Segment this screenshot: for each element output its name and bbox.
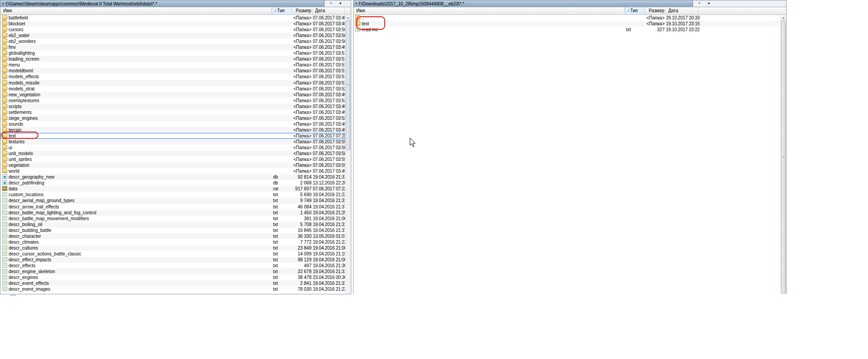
- file-row[interactable]: datarar917 69707.06.2017 07:22: [0, 186, 345, 192]
- file-row[interactable]: descr_climatestxt7 77219.04.2016 21:22: [0, 239, 345, 245]
- db-icon: [2, 180, 7, 185]
- file-date: 07.06.2017 03:50: [313, 33, 347, 38]
- file-row[interactable]: descr_culturestxt23 84919.04.2016 21:06: [0, 245, 345, 251]
- column-header-date[interactable]: Дата: [312, 7, 345, 14]
- left-path-dropdown[interactable]: ▼ f:\Games\Steam\steamapps\common\Mediev…: [0, 0, 325, 7]
- folder-row[interactable]: overlaytextures<Папка>07.06.2017 03:52: [0, 98, 345, 104]
- column-header-type[interactable]: ↑Тип: [272, 7, 292, 14]
- folder-row[interactable]: models_strat<Папка>07.06.2017 03:52: [0, 86, 345, 92]
- file-date: 07.06.2017 03:51: [313, 74, 347, 80]
- left-scrollbar[interactable]: ▲: [345, 15, 351, 294]
- file-name: new_vegetation: [9, 92, 40, 98]
- folder-row[interactable]: new_vegetation<Папка>07.06.2017 03:49: [0, 92, 345, 98]
- column-header-size[interactable]: Размер: [292, 7, 312, 14]
- folder-row[interactable]: battlefield<Папка>07.06.2017 03:49: [0, 15, 345, 21]
- folder-row[interactable]: ..<Папка>29.10.2017 20:33: [354, 15, 780, 21]
- folder-row[interactable]: sounds<Папка>07.06.2017 03:49: [0, 121, 345, 127]
- file-date: 19.04.2016 21:06: [313, 245, 347, 251]
- right-dropdown-button[interactable]: ▼: [706, 0, 712, 7]
- folder-row[interactable]: siege_engines<Папка>07.06.2017 03:53: [0, 115, 345, 121]
- scroll-up-icon[interactable]: ▲: [345, 15, 351, 20]
- folder-icon: [2, 74, 7, 79]
- folder-row[interactable]: modeldbxml<Папка>07.06.2017 03:51: [0, 68, 345, 74]
- file-size: <Папка>: [281, 21, 311, 27]
- folder-row[interactable]: models_effects<Папка>07.06.2017 03:51: [0, 74, 345, 80]
- file-row[interactable]: descr_battle_map_lighting_and_fog_contro…: [0, 210, 345, 216]
- file-row[interactable]: descr_event_effectstxt2 84119.04.2016 21…: [0, 280, 345, 286]
- file-type: txt: [273, 245, 278, 251]
- folder-row[interactable]: scripts<Папка>07.06.2017 03:49: [0, 104, 345, 109]
- file-row[interactable]: descr_arrow_trail_effectstxt46 08419.04.…: [0, 204, 345, 210]
- folder-row[interactable]: ui<Папка>07.06.2017 03:56: [0, 145, 345, 151]
- file-row[interactable]: descr_geography_newdb92 81419.04.2016 21…: [0, 174, 345, 180]
- txt-icon: [2, 263, 7, 268]
- file-row[interactable]: read metxt32719.10.2017 23:22: [354, 27, 780, 33]
- file-row[interactable]: descr_battle_map_movement_modifierstxt38…: [0, 216, 345, 222]
- file-row[interactable]: descr_charactertxt36 33013.05.2016 01:01: [0, 233, 345, 239]
- file-name: unit_sprites: [9, 156, 32, 162]
- left-dropdown-button[interactable]: ▼: [337, 0, 344, 7]
- column-header-name[interactable]: Имя: [0, 7, 272, 14]
- folder-row[interactable]: terrain<Папка>07.06.2017 03:49: [0, 127, 345, 133]
- right-path-text: f:\Downloads\2017_10_28\imp1508444908__e…: [359, 1, 464, 6]
- file-date: 07.06.2017 03:59: [313, 156, 347, 162]
- folder-row[interactable]: menu<Папка>07.06.2017 03:51: [0, 62, 345, 68]
- file-date: 29.10.2017 20:33: [666, 15, 700, 21]
- folder-row[interactable]: eb2_wonders<Папка>07.06.2017 03:50: [0, 38, 345, 44]
- folder-row[interactable]: text<Папка>19.10.2017 23:15: [354, 21, 780, 27]
- file-row[interactable]: descr_event_imagestxt78 03019.04.2016 21…: [0, 286, 345, 292]
- file-row[interactable]: descr_effectstxt49719.04.2016 21:36: [0, 263, 345, 269]
- file-row[interactable]: descr_aerial_map_ground_typestxt9 74919.…: [0, 198, 345, 203]
- left-filter-button[interactable]: *: [328, 0, 334, 7]
- folder-row[interactable]: unit_models<Папка>07.06.2017 03:58: [0, 151, 345, 156]
- right-scrollbar-thumb[interactable]: [781, 21, 786, 293]
- file-date: 07.06.2017 03:50: [313, 38, 347, 44]
- column-header-name[interactable]: Имя: [354, 7, 625, 14]
- file-row[interactable]: descr_building_battletxt16 84519.04.2016…: [0, 227, 345, 233]
- folder-row[interactable]: models_missile<Папка>07.06.2017 03:51: [0, 80, 345, 86]
- file-size: 78 030: [281, 286, 311, 292]
- file-row[interactable]: descr_cursor_actions_battle_classictxt14…: [0, 251, 345, 257]
- file-size: <Папка>: [281, 92, 311, 98]
- left-scrollbar-thumb[interactable]: [346, 21, 350, 150]
- folder-row[interactable]: vegetation<Папка>07.06.2017 03:59: [0, 162, 345, 168]
- folder-row[interactable]: loading_screen<Папка>07.06.2017 03:51: [0, 56, 345, 62]
- folder-row[interactable]: world<Папка>07.06.2017 03:49: [0, 168, 345, 174]
- file-row[interactable]: descr_boiling_oiltxt5 70819.04.2016 21:3…: [0, 222, 345, 227]
- right-path-dropdown[interactable]: ▼ f:\Downloads\2017_10_28\imp1508444908_…: [354, 0, 693, 7]
- file-type: txt: [273, 222, 278, 227]
- folder-row[interactable]: unit_sprites<Папка>07.06.2017 03:59: [0, 156, 345, 162]
- file-row[interactable]: custom_locationstxt5 69019.04.2016 21:23: [0, 192, 345, 198]
- file-name: custom_locations: [9, 192, 43, 198]
- folder-row[interactable]: globallighting<Папка>07.06.2017 03:51: [0, 50, 345, 56]
- right-scrollbar[interactable]: ▲: [780, 15, 786, 294]
- file-row[interactable]: descr_enginestxt38 47823.04.2016 00:36: [0, 274, 345, 280]
- file-row[interactable]: descr_effect_impactstxt98 12919.04.2016 …: [0, 257, 345, 263]
- file-size: 36 330: [281, 233, 311, 239]
- file-date: 07.06.2017 07:22: [313, 186, 347, 192]
- file-date: 19.04.2016 21:19: [313, 251, 347, 257]
- folder-row[interactable]: settlements<Папка>07.06.2017 03:49: [0, 109, 345, 115]
- file-name: globallighting: [9, 50, 35, 56]
- file-row[interactable]: descr_pathfindingdb2 06813.12.2016 22:20: [0, 180, 345, 186]
- folder-row[interactable]: blockset<Папка>07.06.2017 03:49: [0, 21, 345, 27]
- column-header-size[interactable]: Размер: [645, 7, 665, 14]
- scroll-up-icon[interactable]: ▲: [781, 15, 786, 20]
- column-header-date[interactable]: Дата: [665, 7, 698, 14]
- folder-row[interactable]: textures<Папка>07.06.2017 03:55: [0, 139, 345, 145]
- folder-icon: [2, 33, 7, 38]
- folder-row[interactable]: fmv<Папка>07.06.2017 03:49: [0, 44, 345, 50]
- column-header-type[interactable]: ↑Тип: [625, 7, 645, 14]
- folder-row[interactable]: text<Папка>07.06.2017 07:27: [0, 133, 345, 139]
- folder-row[interactable]: cursors<Папка>07.06.2017 03:50: [0, 27, 345, 33]
- folder-icon: [2, 169, 7, 173]
- file-size: 327: [634, 27, 665, 33]
- file-size: <Папка>: [281, 33, 311, 38]
- file-type: txt: [273, 192, 278, 198]
- file-row[interactable]: descr_engine_skeletontxt22 67819.04.2016…: [0, 269, 345, 274]
- file-type: txt: [273, 239, 278, 245]
- folder-row[interactable]: eb2_water<Папка>07.06.2017 03:50: [0, 33, 345, 38]
- file-date: 13.12.2016 22:20: [313, 180, 347, 186]
- right-path-bar: ▼ f:\Downloads\2017_10_28\imp1508444908_…: [354, 0, 786, 7]
- right-filter-button[interactable]: *: [696, 0, 703, 7]
